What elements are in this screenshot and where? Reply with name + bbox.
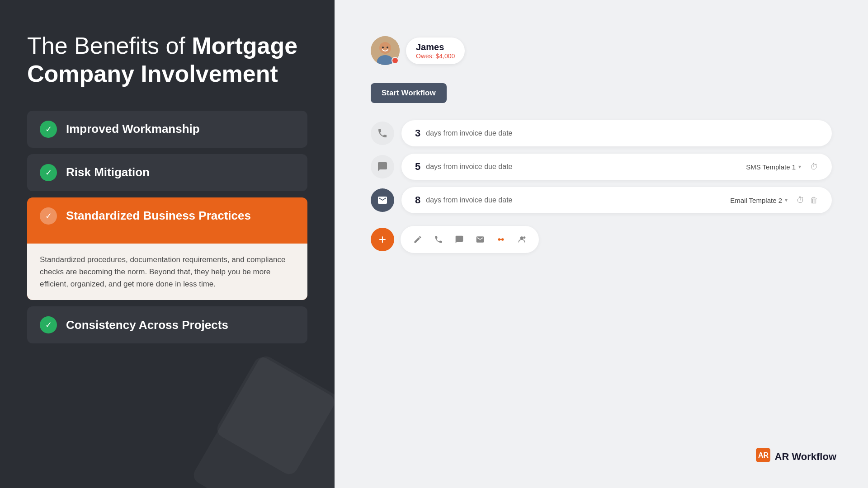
step-text-3: days from invoice due date [426, 196, 725, 204]
add-step-button[interactable]: + [371, 228, 394, 251]
step-card-3: 8 days from invoice due date Email Templ… [401, 187, 832, 213]
svg-point-6 [501, 238, 504, 241]
step-days-1: 3 [415, 127, 420, 139]
step-text-1: days from invoice due date [426, 129, 818, 137]
user-info: James Owes: $4,000 [406, 38, 465, 64]
benefit-item-standardized[interactable]: ✓ Standardized Business Practices Standa… [27, 197, 307, 300]
benefit-label: Risk Mitigation [66, 165, 150, 179]
sms-template-label: SMS Template 1 [746, 163, 796, 171]
left-panel: The Benefits of MortgageCompany Involvem… [0, 0, 335, 488]
user-name: James [416, 42, 455, 52]
check-icon: ✓ [40, 164, 57, 181]
svg-point-1 [379, 42, 391, 54]
delete-icon[interactable]: 🗑 [810, 196, 818, 205]
step-card-2: 5 days from invoice due date SMS Templat… [401, 154, 832, 180]
right-panel: James Owes: $4,000 Start Workflow 3 days… [335, 0, 868, 488]
workflow-step-1: 3 days from invoice due date [371, 120, 832, 146]
svg-point-3 [382, 47, 384, 48]
main-title: The Benefits of MortgageCompany Involvem… [27, 32, 307, 88]
benefit-item-improved-workmanship[interactable]: ✓ Improved Workmanship [27, 111, 307, 148]
step-dropdown-3[interactable]: Email Template 2 ▾ [730, 197, 788, 204]
logo-text: AR Workflow [775, 451, 836, 463]
user-owes: Owes: $4,000 [416, 52, 455, 60]
chevron-down-icon: ▾ [798, 164, 801, 170]
chevron-down-icon: ▾ [785, 197, 788, 203]
user-card: James Owes: $4,000 [371, 36, 465, 65]
svg-point-8 [523, 236, 525, 239]
email-icon-action[interactable] [472, 231, 488, 248]
add-row: + [371, 226, 832, 253]
avatar-wrapper [371, 36, 400, 65]
workflow-steps: 3 days from invoice due date 5 days from… [371, 120, 832, 213]
clock-icon[interactable]: ⏱ [810, 162, 818, 172]
benefit-description: Standardized procedures, documentation r… [27, 244, 307, 300]
svg-point-5 [498, 238, 501, 241]
step-days-2: 5 [415, 161, 420, 173]
chat-icon-action[interactable] [451, 231, 467, 248]
benefit-item-consistency[interactable]: ✓ Consistency Across Projects [27, 306, 307, 343]
email-template-label: Email Template 2 [730, 197, 782, 204]
benefit-label: Improved Workmanship [66, 122, 200, 136]
step-card-1: 3 days from invoice due date [401, 120, 832, 146]
clock-icon[interactable]: ⏱ [797, 196, 805, 205]
chat-icon [371, 155, 394, 178]
start-workflow-button[interactable]: Start Workflow [371, 83, 447, 103]
step-actions-2: ⏱ [810, 162, 818, 172]
svg-text:AR: AR [758, 451, 769, 459]
action-icons-row [401, 226, 539, 253]
avatar-badge [392, 57, 399, 64]
check-icon: ✓ [40, 316, 57, 333]
step-text-2: days from invoice due date [426, 163, 741, 171]
logo-icon: AR [756, 448, 770, 465]
email-icon [371, 188, 394, 212]
user-settings-icon-action[interactable] [514, 231, 530, 248]
step-actions-3: ⏱ 🗑 [797, 196, 818, 205]
phone-icon [371, 122, 394, 145]
benefit-label: Standardized Business Practices [66, 209, 251, 223]
benefit-list: ✓ Improved Workmanship ✓ Risk Mitigation… [27, 111, 307, 344]
workflow-container: James Owes: $4,000 Start Workflow 3 days… [371, 27, 832, 253]
step-days-3: 8 [415, 194, 420, 206]
connect-icon-action[interactable] [493, 231, 509, 248]
benefit-label: Consistency Across Projects [66, 318, 228, 332]
workflow-step-2: 5 days from invoice due date SMS Templat… [371, 154, 832, 180]
svg-point-7 [520, 236, 524, 239]
check-icon: ✓ [40, 121, 57, 138]
edit-icon[interactable] [410, 231, 426, 248]
svg-point-4 [387, 47, 388, 48]
step-dropdown-2[interactable]: SMS Template 1 ▾ [746, 163, 801, 171]
benefit-item-risk-mitigation[interactable]: ✓ Risk Mitigation [27, 154, 307, 191]
check-icon: ✓ [40, 207, 57, 225]
phone-icon-action[interactable] [430, 231, 447, 248]
ar-workflow-logo: AR AR Workflow [756, 448, 836, 465]
workflow-step-3: 8 days from invoice due date Email Templ… [371, 187, 832, 213]
benefit-header: ✓ Standardized Business Practices [27, 197, 307, 235]
